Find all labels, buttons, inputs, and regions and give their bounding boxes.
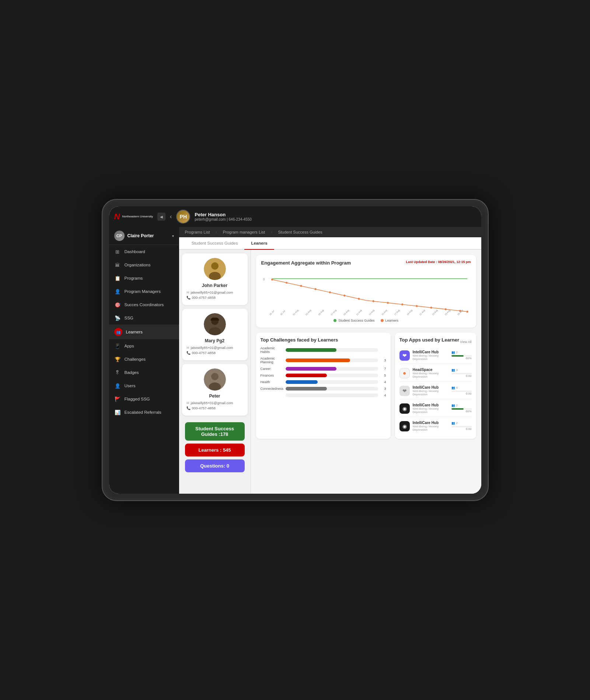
app-row-5[interactable]: ◉ IntelliCare Hub Well-Being / Anxiety D… (399, 421, 472, 434)
challenge-label: Connectedness (261, 387, 283, 391)
app-progress-label-4: 60% (451, 410, 472, 413)
sidebar-item-label: Escalated Referrals (125, 410, 161, 414)
app-progress-label-1: 60% (451, 357, 472, 360)
app-row-4[interactable]: ◉ IntelliCare Hub Well-Being / Anxiety D… (399, 403, 472, 417)
sidebar-item-label: Apps (125, 344, 134, 348)
svg-text:15 Aug: 15 Aug (381, 309, 387, 316)
svg-text:0: 0 (263, 277, 265, 281)
learner-phone-john: 📞 000-4757-4858 (186, 295, 243, 300)
learner-card-mary[interactable]: Mary Pg2 ✉ jakewilly85+01@gmail.com 📞 00… (182, 309, 248, 360)
view-all-link[interactable]: View All (460, 340, 471, 344)
svg-text:05 Aug: 05 Aug (317, 309, 324, 316)
sidebar: CP Claire Porter ▾ ⊞ Dashboard 🏛 Organiz… (109, 227, 179, 494)
svg-point-12 (286, 282, 287, 284)
learner-list: John Parker ✉ jakewilly85+01@gmail.com 📞… (179, 250, 251, 494)
challenges-icon: 🏆 (114, 356, 121, 363)
chart-area: 0 (261, 272, 471, 316)
svg-point-19 (387, 302, 388, 304)
app-stats-3: 👥4 0.00 (451, 386, 472, 395)
user-header-contact: peterh@gmail.com | 646-234-4550 (195, 217, 252, 221)
challenge-bar-container (286, 367, 378, 371)
app-name-5: IntelliCare Hub (413, 421, 448, 425)
sidebar-item-badges[interactable]: 🎖 Badges (109, 366, 179, 379)
sidebar-item-organizations[interactable]: 🏛 Organizations (109, 258, 179, 272)
challenge-row-academic-planning: Academic Planning 3 (261, 357, 386, 364)
challenges-panel: Top Challenges faced by Learners Academi… (256, 333, 391, 439)
ssg-stats-button[interactable]: Student Success Guides :178 (185, 422, 245, 441)
sidebar-item-challenges[interactable]: 🏆 Challenges (109, 353, 179, 366)
app-users-1: 👥2 (451, 351, 472, 354)
sidebar-item-programs[interactable]: 📋 Programs (109, 272, 179, 285)
learner-email-mary: ✉ jakewilly85+01@gmail.com (186, 346, 243, 350)
chart-legend: Student Success Guides Learners (261, 319, 471, 322)
app-details-1: IntelliCare Hub Well-Being / Anxiety Dep… (413, 350, 448, 361)
legend-ssg-dot (334, 319, 336, 322)
sidebar-item-flagged-ssg[interactable]: 🚩 Flagged SSG (109, 392, 179, 406)
sidebar-item-label: Learners (126, 330, 143, 334)
app-name-2: HeadSpace (413, 368, 448, 372)
sidebar-chevron-icon: ▾ (172, 234, 174, 238)
sidebar-item-escalated-referrals[interactable]: 📊 Escalated Referrals (109, 406, 179, 419)
logo-area: N Northeastern University (114, 212, 153, 221)
tab-leaners[interactable]: Leaners (244, 237, 274, 250)
sidebar-item-users[interactable]: 👤 Users (109, 379, 179, 392)
challenge-count: 4 (381, 380, 386, 384)
sidebar-item-apps[interactable]: 📱 Apps (109, 339, 179, 353)
program-managers-icon: 👤 (114, 288, 121, 295)
tab-student-success-guides[interactable]: Student Success Guides (185, 237, 245, 250)
breadcrumb-ssg[interactable]: Student Success Guides (278, 230, 322, 234)
sidebar-item-ssg[interactable]: 📡 SSG (109, 311, 179, 325)
dashboard-icon: ⊞ (114, 248, 121, 255)
back-arrow-icon[interactable]: ‹ (170, 213, 172, 220)
app-progress-label-3: 0.00 (451, 392, 472, 395)
collapse-button[interactable]: ◀ (157, 213, 165, 221)
sidebar-item-success-coordinators[interactable]: 🎯 Succes Coordinators (109, 298, 179, 311)
svg-text:11 Aug: 11 Aug (355, 309, 362, 316)
apps-title: Top Apps used by Learner (399, 337, 460, 343)
app-icon-4: ◉ (399, 403, 410, 414)
learners-stats-button[interactable]: Learners : 545 (185, 444, 245, 456)
programs-icon: 📋 (114, 275, 121, 281)
app-details-4: IntelliCare Hub Well-Being / Anxiety Dep… (413, 403, 448, 414)
svg-point-13 (300, 285, 302, 287)
users-icon: 👥 (451, 421, 455, 425)
learner-name-peter: Peter (186, 393, 243, 399)
challenge-row-career: Career: 7 (261, 367, 386, 371)
sidebar-item-label: Users (125, 384, 136, 388)
questions-stats-button[interactable]: Questions: 0 (185, 459, 245, 472)
learner-name-john: John Parker (186, 283, 243, 288)
app-row-3[interactable]: ❤ IntelliCare Hub Well-Being / Anxiety D… (399, 385, 472, 399)
svg-text:21 Aug: 21 Aug (419, 309, 425, 316)
app-category-4: Well-Being / Anxiety Depression (413, 407, 448, 414)
sidebar-item-label: Challenges (125, 357, 146, 361)
challenge-count: 5 (381, 374, 386, 377)
sidebar-item-program-managers[interactable]: 👤 Program Managers (109, 285, 179, 298)
sidebar-item-learners[interactable]: 👥 Learners (109, 325, 179, 339)
app-details-5: IntelliCare Hub Well-Being / Anxiety Dep… (413, 421, 448, 431)
sidebar-item-label: Program Managers (125, 289, 161, 294)
breadcrumb-program-managers-list[interactable]: Program managers List (223, 230, 265, 234)
learner-email-john: ✉ jakewilly85+01@gmail.com (186, 290, 243, 294)
breadcrumb-programs-list[interactable]: Programs List (185, 230, 210, 234)
learner-card-john[interactable]: John Parker ✉ jakewilly85+01@gmail.com 📞… (182, 253, 248, 305)
app-row-2[interactable]: ● HeadSpace Well-Being / Anxiety Depress… (399, 368, 472, 382)
svg-point-16 (343, 295, 345, 297)
sidebar-item-label: Organizations (125, 263, 151, 267)
sidebar-item-dashboard[interactable]: ⊞ Dashboard (109, 245, 179, 258)
user-avatar-header: PH (176, 210, 190, 224)
svg-point-15 (329, 291, 331, 293)
apps-icon: 📱 (114, 343, 121, 349)
svg-text:26 Aug: 26 Aug (457, 309, 463, 316)
app-row-1[interactable]: ❤ IntelliCare Hub Well-Being / Anxiety D… (399, 350, 472, 364)
app-category-3: Well-Being / Anxiety Depression (413, 389, 448, 396)
email-icon: ✉ (186, 346, 189, 350)
tablet-screen: N Northeastern University ◀ ‹ PH Peter H… (109, 206, 481, 494)
app-name-3: IntelliCare Hub (413, 385, 448, 389)
app-category-2: Well-Being / Anxiety Depression (413, 372, 448, 378)
sidebar-user[interactable]: CP Claire Porter ▾ (109, 227, 179, 245)
email-icon: ✉ (186, 401, 189, 405)
learner-card-peter[interactable]: Peter ✉ jakewilly85+01@gmail.com 📞 000-4… (182, 364, 248, 416)
svg-text:01 Aug: 01 Aug (292, 309, 299, 316)
challenge-bar (286, 380, 318, 384)
app-icon-3: ❤ (399, 386, 410, 396)
